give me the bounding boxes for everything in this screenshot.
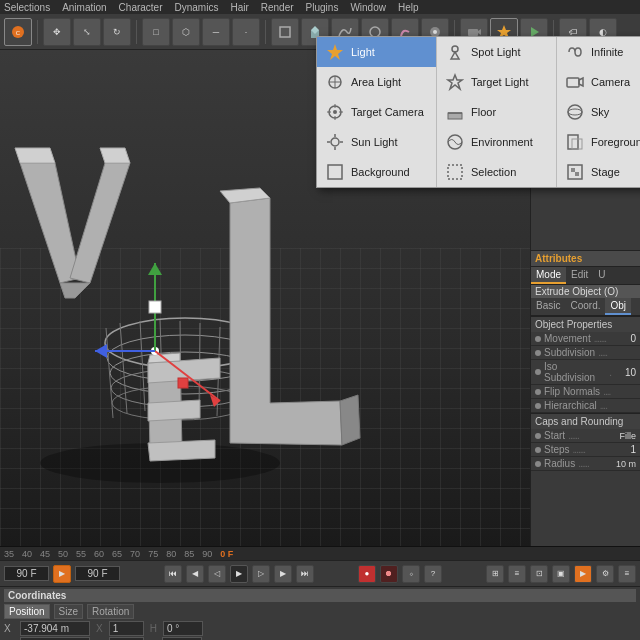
toolbar-c4d[interactable]: C — [4, 18, 32, 46]
timeline-options[interactable]: ≡ — [508, 565, 526, 583]
rot-h-input[interactable] — [163, 621, 203, 636]
attr-val-movement: 0 — [611, 333, 636, 344]
attr-movement: Movement ....... 0 — [531, 332, 640, 346]
menu-render[interactable]: Render — [261, 2, 294, 13]
dropdown-item-area-light[interactable]: Area Light — [317, 67, 436, 97]
svg-point-61 — [568, 109, 582, 115]
dropdown-item-camera[interactable]: Camera — [557, 67, 640, 97]
dropdown-item-light[interactable]: Light — [317, 37, 436, 67]
dropdown-item-target-camera[interactable]: Target Camera — [317, 97, 436, 127]
frame-end-display[interactable]: 90 F — [75, 566, 120, 581]
toolbar-sel[interactable]: □ — [142, 18, 170, 46]
coords-tab-size[interactable]: Size — [54, 604, 83, 619]
dropdown-item-selection[interactable]: Selection — [437, 157, 556, 187]
auto-key-btn[interactable]: ⏺ — [380, 565, 398, 583]
attr-val-steps: 1 — [611, 444, 636, 455]
foreground-label: Foregroun... — [591, 136, 640, 148]
svg-rect-66 — [575, 172, 579, 176]
coords-tab-rotation[interactable]: Rotation — [87, 604, 134, 619]
key-sel-btn[interactable]: ⬦ — [402, 565, 420, 583]
menu-dynamics[interactable]: Dynamics — [175, 2, 219, 13]
attr-subtab-coord[interactable]: Coord. — [565, 298, 605, 315]
svg-rect-57 — [448, 165, 462, 179]
attr-iso-subdivision: Iso Subdivision . 10 — [531, 360, 640, 385]
dropdown-item-floor[interactable]: Floor — [437, 97, 556, 127]
timeline-num-50: 50 — [58, 549, 68, 559]
play-options[interactable]: ? — [424, 565, 442, 583]
timeline-num-35: 35 — [4, 549, 14, 559]
svg-rect-34 — [149, 301, 161, 313]
coords-tab-position[interactable]: Position — [4, 604, 50, 619]
attr-dot-hier — [535, 403, 541, 409]
attr-label-steps: Steps — [544, 444, 570, 455]
dropdown-item-environment[interactable]: Environment — [437, 127, 556, 157]
menu-plugins[interactable]: Plugins — [306, 2, 339, 13]
dropdown-item-sun-light[interactable]: Sun Light — [317, 127, 436, 157]
target-camera-label: Target Camera — [351, 106, 424, 118]
render-full[interactable]: ▶ — [574, 565, 592, 583]
dropdown-item-background[interactable]: Background — [317, 157, 436, 187]
menu-hair[interactable]: Hair — [230, 2, 248, 13]
area-light-label: Area Light — [351, 76, 401, 88]
timeline-num-40: 40 — [22, 549, 32, 559]
svg-rect-51 — [328, 165, 342, 179]
attr-dot-start — [535, 433, 541, 439]
playback-play[interactable]: ▶ — [230, 565, 248, 583]
svg-marker-9 — [478, 29, 481, 35]
toolbar-poly[interactable]: ⬡ — [172, 18, 200, 46]
attr-steps: Steps ....... 1 — [531, 443, 640, 457]
viewport-options[interactable]: ⊡ — [530, 565, 548, 583]
playback-prev-frame[interactable]: ◁ — [208, 565, 226, 583]
toolbar-model[interactable] — [271, 18, 299, 46]
dropdown-item-infinite[interactable]: Infinite — [557, 37, 640, 67]
coords-row-x: X X H — [4, 621, 636, 636]
sep-x-size: X — [96, 623, 103, 634]
record-btn[interactable]: ● — [358, 565, 376, 583]
dropdown-item-sky[interactable]: Sky — [557, 97, 640, 127]
render-queue[interactable]: ⚙ — [596, 565, 614, 583]
toolbar-point[interactable]: · — [232, 18, 260, 46]
stage-label: Stage — [591, 166, 620, 178]
menu-window[interactable]: Window — [350, 2, 386, 13]
attr-subtab-basic[interactable]: Basic — [531, 298, 565, 315]
playback-next[interactable]: ▶ — [274, 565, 292, 583]
playback-next-frame[interactable]: ▷ — [252, 565, 270, 583]
dropdown-item-spot-light[interactable]: Spot Light — [437, 37, 556, 67]
dropdown-item-target-light[interactable]: Target Light — [437, 67, 556, 97]
playback-skip-start[interactable]: ⏮ — [164, 565, 182, 583]
frame-start-display[interactable]: 90 F — [4, 566, 49, 581]
area-light-icon — [325, 72, 345, 92]
coordinates-left: Coordinates Position Size Rotation X X H… — [0, 587, 640, 640]
timeline-zoom[interactable]: ⊞ — [486, 565, 504, 583]
toolbar-move[interactable]: ✥ — [43, 18, 71, 46]
menu-character[interactable]: Character — [119, 2, 163, 13]
attr-dot-flip — [535, 389, 541, 395]
playback-skip-end[interactable]: ⏭ — [296, 565, 314, 583]
attributes-title: Attributes — [531, 251, 640, 267]
svg-marker-53 — [448, 75, 462, 89]
dropdown-item-foreground[interactable]: Foregroun... — [557, 127, 640, 157]
toolbar-scale[interactable]: ⤡ — [73, 18, 101, 46]
menu-animation[interactable]: Animation — [62, 2, 106, 13]
render-preview[interactable]: ▣ — [552, 565, 570, 583]
attr-tab-mode[interactable]: Mode — [531, 267, 566, 284]
attr-dot-iso — [535, 369, 541, 375]
attr-tab-edit[interactable]: Edit — [566, 267, 593, 284]
dropdown-item-stage[interactable]: Stage — [557, 157, 640, 187]
timeline-num-90: 90 — [202, 549, 212, 559]
pos-x-input[interactable] — [20, 621, 90, 636]
svg-line-18 — [106, 328, 113, 418]
target-camera-icon — [325, 102, 345, 122]
toolbar-edge[interactable]: ─ — [202, 18, 230, 46]
attr-hierarchical: Hierarchical .... — [531, 399, 640, 413]
attr-tab-u[interactable]: U — [593, 267, 610, 284]
attr-subtab-obj[interactable]: Obj — [605, 298, 631, 315]
playback-prev[interactable]: ◀ — [186, 565, 204, 583]
size-x-input[interactable] — [109, 621, 144, 636]
render-settings[interactable]: ≡ — [618, 565, 636, 583]
menu-help[interactable]: Help — [398, 2, 419, 13]
menu-selections[interactable]: Selections — [4, 2, 50, 13]
target-light-label: Target Light — [471, 76, 528, 88]
timeline-current-frame: 0 F — [220, 549, 233, 559]
toolbar-rotate[interactable]: ↻ — [103, 18, 131, 46]
